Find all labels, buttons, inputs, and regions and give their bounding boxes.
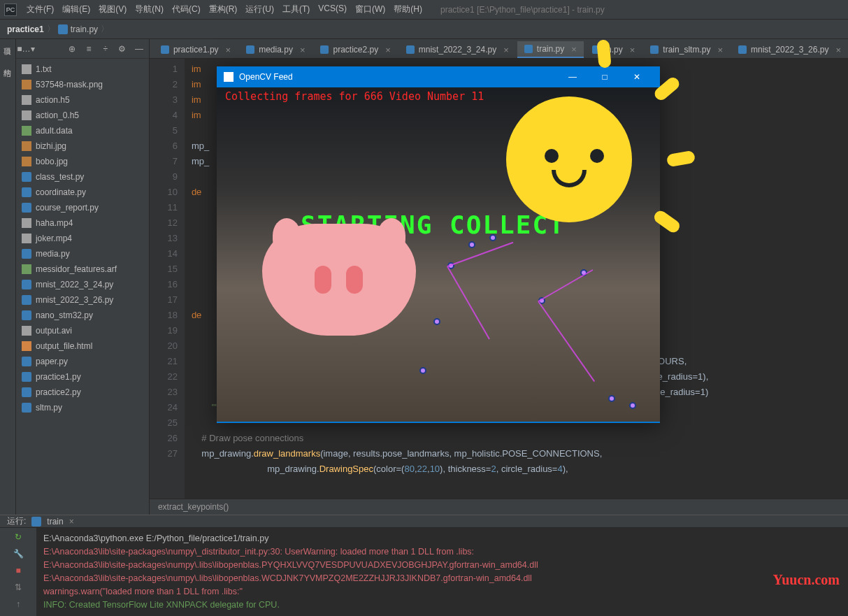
file-icon xyxy=(22,187,31,197)
file-name: bizhi.jpg xyxy=(36,141,66,151)
file-item[interactable]: 537548-mask.png xyxy=(16,77,149,92)
file-item[interactable]: bobo.jpg xyxy=(16,154,149,169)
close-icon[interactable]: × xyxy=(300,45,306,55)
file-item[interactable]: class_test.py xyxy=(16,169,149,185)
file-item[interactable]: course_report.py xyxy=(16,200,149,215)
editor-tab[interactable]: mnist_2022_3_26.py× xyxy=(731,41,848,58)
file-name: haha.mp4 xyxy=(36,218,73,228)
breadcrumb-project[interactable]: practice1 xyxy=(7,24,44,34)
run-config-name[interactable]: train xyxy=(47,517,63,527)
file-item[interactable]: 1.txt xyxy=(16,62,149,77)
menu-item[interactable]: 代码(C) xyxy=(168,3,205,15)
menu-item[interactable]: 帮助(H) xyxy=(389,3,426,15)
line-number: 11 xyxy=(150,200,178,215)
ide-logo: PC xyxy=(4,3,17,16)
close-icon[interactable]: × xyxy=(717,45,723,55)
close-icon[interactable]: × xyxy=(69,517,74,527)
close-icon[interactable]: × xyxy=(503,45,509,55)
python-icon xyxy=(650,45,659,54)
file-name: action_0.h5 xyxy=(36,110,79,120)
close-icon[interactable]: × xyxy=(835,45,841,55)
expand-icon[interactable]: ≡ xyxy=(83,43,94,55)
locate-icon[interactable]: ⊕ xyxy=(66,43,78,55)
file-item[interactable]: adult.data xyxy=(16,123,149,138)
file-icon xyxy=(22,264,31,274)
menu-item[interactable]: 编辑(E) xyxy=(58,3,94,15)
close-icon[interactable]: × xyxy=(226,45,231,55)
gear-icon[interactable]: ⚙ xyxy=(117,43,128,55)
file-icon xyxy=(22,110,31,120)
file-item[interactable]: bizhi.jpg xyxy=(16,138,149,154)
file-item[interactable]: sltm.py xyxy=(16,400,149,415)
close-icon[interactable]: × xyxy=(385,45,391,55)
collapse-icon[interactable]: ÷ xyxy=(100,43,111,55)
output-line: INFO: Created TensorFlow Lite XNNPACK de… xyxy=(43,599,841,612)
editor-tab[interactable]: mnist_2022_3_24.py× xyxy=(399,41,516,58)
left-toolwindow-bar: 项目 结构 xyxy=(0,39,16,515)
file-name: practice2.py xyxy=(36,387,81,397)
run-output[interactable]: E:\Anaconda3\python.exe E:/Python_file/p… xyxy=(36,528,848,616)
line-number: 16 xyxy=(150,277,178,292)
menu-item[interactable]: 重构(R) xyxy=(205,3,242,15)
file-item[interactable]: mnist_2022_3_24.py xyxy=(16,277,149,292)
file-icon xyxy=(22,372,31,382)
file-name: paper.py xyxy=(36,357,68,366)
menu-item[interactable]: 视图(V) xyxy=(94,3,131,15)
editor-tab[interactable]: media.py× xyxy=(239,41,312,58)
close-icon[interactable]: × xyxy=(571,44,577,55)
tab-label: train.py xyxy=(537,44,564,54)
file-item[interactable]: coordinate.py xyxy=(16,185,149,200)
file-icon xyxy=(22,249,31,259)
editor-tab[interactable]: practice1.py× xyxy=(154,41,238,58)
file-item[interactable]: practice1.py xyxy=(16,369,149,385)
file-item[interactable]: mnist_2022_3_26.py xyxy=(16,292,149,308)
line-number: 17 xyxy=(150,292,178,308)
file-icon xyxy=(22,403,31,413)
file-item[interactable]: output_file.html xyxy=(16,338,149,354)
hide-icon[interactable]: — xyxy=(134,43,145,55)
editor-tab[interactable]: practice2.py× xyxy=(313,41,397,58)
line-number: 18 xyxy=(150,308,178,323)
editor-tab[interactable]: train.py× xyxy=(517,41,584,58)
rerun-icon[interactable]: ↻ xyxy=(15,532,22,542)
tab-label: practice2.py xyxy=(333,45,378,55)
menu-item[interactable]: 窗口(W) xyxy=(351,3,389,15)
file-icon xyxy=(22,95,31,105)
file-item[interactable]: paper.py xyxy=(16,354,149,369)
file-item[interactable]: nano_stm32.py xyxy=(16,308,149,323)
project-dropdown[interactable]: ■ … ▾ xyxy=(20,43,31,55)
up-icon[interactable]: ↑ xyxy=(16,599,20,609)
file-tree[interactable]: 1.txt537548-mask.pngaction.h5action_0.h5… xyxy=(16,59,149,515)
line-number: 3 xyxy=(150,92,178,108)
breadcrumb-sep: 〉 xyxy=(101,23,109,35)
file-item[interactable]: media.py xyxy=(16,246,149,262)
menu-item[interactable]: 运行(U) xyxy=(241,3,278,15)
file-icon xyxy=(22,80,31,89)
opencv-title: OpenCV Feed xyxy=(239,72,293,82)
stop-icon[interactable]: ■ xyxy=(15,566,20,575)
layout-icon[interactable]: ⇅ xyxy=(15,582,22,592)
file-item[interactable]: joker.mp4 xyxy=(16,231,149,246)
wrench-icon[interactable]: 🔧 xyxy=(13,549,24,559)
file-item[interactable]: action_0.h5 xyxy=(16,108,149,123)
output-line: E:\Anaconda3\lib\site-packages\numpy\_di… xyxy=(43,545,841,559)
editor-tab[interactable]: train_sltm.py× xyxy=(643,41,730,58)
sun-sticker xyxy=(499,76,639,215)
menu-item[interactable]: VCS(S) xyxy=(314,3,351,15)
code-crumb[interactable]: extract_keypoints() xyxy=(150,499,848,515)
breadcrumb-file[interactable]: train.py xyxy=(71,24,98,34)
file-name: action.h5 xyxy=(36,95,70,105)
editor-tab[interactable]: m.py× xyxy=(585,41,642,58)
line-number: 26 xyxy=(150,431,178,446)
close-icon[interactable]: × xyxy=(630,45,635,55)
python-icon xyxy=(246,45,254,54)
menu-item[interactable]: 文件(F) xyxy=(22,3,58,15)
file-item[interactable]: output.avi xyxy=(16,323,149,338)
menu-item[interactable]: 导航(N) xyxy=(131,3,168,15)
file-name: joker.mp4 xyxy=(36,234,72,243)
file-item[interactable]: action.h5 xyxy=(16,92,149,108)
menu-item[interactable]: 工具(T) xyxy=(278,3,314,15)
file-item[interactable]: haha.mp4 xyxy=(16,215,149,231)
file-item[interactable]: messidor_features.arf xyxy=(16,262,149,277)
file-item[interactable]: practice2.py xyxy=(16,385,149,400)
